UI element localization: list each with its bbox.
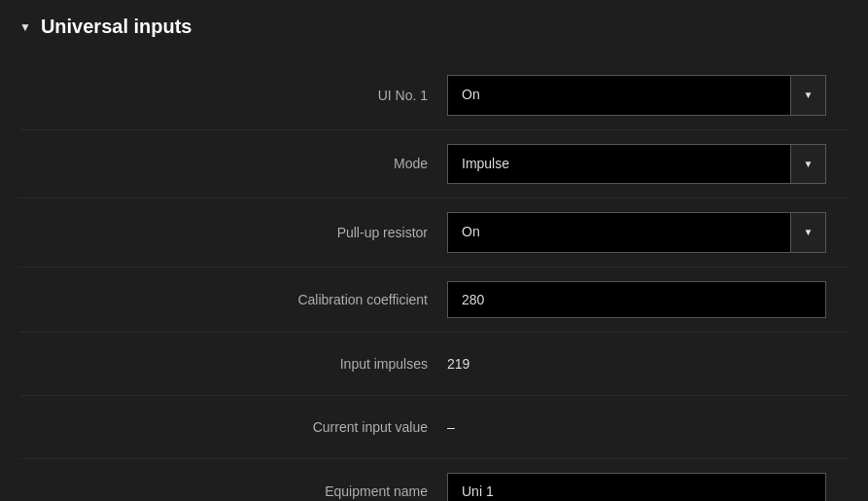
input-calibration-coefficient[interactable]	[447, 281, 826, 318]
form-row-calibration-coefficient: Calibration coefficient	[19, 268, 849, 333]
label-calibration-coefficient: Calibration coefficient	[19, 292, 447, 307]
section-header: ▼ Universal inputs	[19, 16, 849, 38]
select-mode[interactable]: Impulse ▼	[447, 144, 826, 185]
label-equipment-name: Equipment name	[19, 483, 447, 499]
control-input-impulses: 219	[447, 346, 849, 381]
form-row-input-impulses: Input impulses 219	[19, 333, 849, 396]
label-current-input-value: Current input value	[19, 419, 447, 435]
select-ui-no-1-value: On	[448, 76, 790, 115]
form-row-equipment-name: Equipment name	[19, 459, 849, 501]
label-ui-no-1: UI No. 1	[19, 88, 447, 103]
form-rows: UI No. 1 On ▼ Mode Impulse ▼ Pull-up res…	[19, 61, 849, 501]
form-row-current-input-value: Current input value –	[19, 396, 849, 459]
control-calibration-coefficient	[447, 281, 849, 318]
label-mode: Mode	[19, 156, 447, 171]
select-pull-up-resistor-arrow[interactable]: ▼	[790, 213, 825, 252]
section-title: Universal inputs	[41, 16, 192, 38]
control-pull-up-resistor: On ▼	[447, 212, 849, 253]
input-equipment-name[interactable]	[447, 473, 826, 501]
collapse-icon[interactable]: ▼	[19, 20, 31, 34]
form-row-ui-no-1: UI No. 1 On ▼	[19, 61, 849, 130]
select-ui-no-1[interactable]: On ▼	[447, 75, 826, 116]
control-mode: Impulse ▼	[447, 144, 849, 185]
form-row-pull-up-resistor: Pull-up resistor On ▼	[19, 198, 849, 268]
value-current-input-value: –	[447, 410, 455, 445]
select-ui-no-1-arrow[interactable]: ▼	[790, 76, 825, 115]
label-input-impulses: Input impulses	[19, 356, 447, 372]
control-ui-no-1: On ▼	[447, 75, 849, 116]
select-mode-value: Impulse	[448, 145, 790, 184]
value-input-impulses: 219	[447, 346, 469, 381]
label-pull-up-resistor: Pull-up resistor	[19, 225, 447, 240]
select-pull-up-resistor[interactable]: On ▼	[447, 212, 826, 253]
select-mode-arrow[interactable]: ▼	[790, 145, 825, 184]
control-equipment-name	[447, 473, 849, 501]
control-current-input-value: –	[447, 410, 849, 445]
select-pull-up-resistor-value: On	[448, 213, 790, 252]
main-container: ▼ Universal inputs UI No. 1 On ▼ Mode Im…	[0, 0, 868, 501]
form-row-mode: Mode Impulse ▼	[19, 130, 849, 199]
